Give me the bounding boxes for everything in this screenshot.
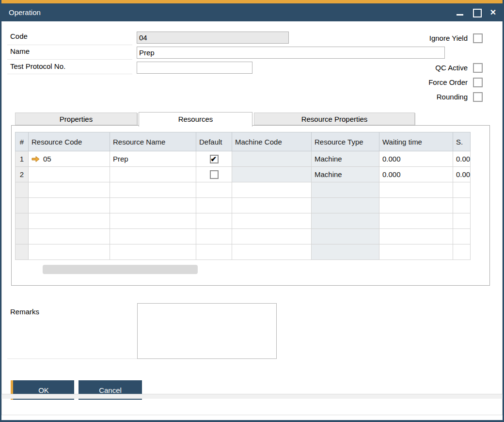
- cell-resource-code[interactable]: [29, 229, 110, 244]
- cell-resource-type: [312, 213, 379, 229]
- qc-active-checkbox[interactable]: [473, 63, 483, 73]
- code-field[interactable]: [137, 32, 289, 44]
- test-protocol-label: Test Protocol No.: [7, 62, 132, 74]
- window-title: Operation: [9, 3, 41, 21]
- window-bottom-border: [0, 420, 504, 422]
- cell-s: [453, 182, 471, 198]
- tab-properties[interactable]: Properties: [15, 113, 137, 125]
- statusbar: [1, 394, 503, 399]
- cell-s: [453, 229, 471, 244]
- col-header-machine-code: Machine Code: [232, 132, 312, 151]
- cell-resource-name[interactable]: [110, 213, 196, 229]
- name-label: Name: [7, 47, 132, 60]
- cell-default: [196, 182, 232, 198]
- force-order-label: Force Order: [428, 78, 468, 86]
- qc-active-label: QC Active: [435, 64, 468, 72]
- cell-resource-type: [312, 198, 379, 213]
- table-row: [16, 244, 471, 260]
- cell-waiting-time: [379, 182, 453, 198]
- dialog-body: Code Name Test Protocol No. Ignore Yield…: [1, 21, 503, 415]
- cell-resource-code[interactable]: [29, 182, 110, 198]
- row-number: [16, 198, 29, 213]
- row-number: 2: [16, 167, 29, 182]
- cell-waiting-time: [379, 244, 453, 260]
- force-order-checkbox[interactable]: [473, 78, 483, 87]
- cell-resource-code[interactable]: [29, 198, 110, 213]
- cell-default: [196, 229, 232, 244]
- cell-resource-type: [312, 182, 379, 198]
- ignore-yield-row: Ignore Yield: [429, 33, 483, 43]
- cell-resource-type: [312, 244, 379, 260]
- maximize-icon[interactable]: [472, 8, 481, 16]
- row-number: [16, 213, 29, 229]
- col-header-resource-name: Resource Name: [110, 132, 196, 151]
- cell-machine-code: [232, 198, 312, 213]
- table-row: 2 Machine 0.000 0.00: [16, 167, 471, 182]
- cell-resource-code[interactable]: 05: [29, 151, 110, 167]
- cell-s: [453, 213, 471, 229]
- cell-resource-name[interactable]: [110, 167, 196, 182]
- force-order-row: Force Order: [428, 77, 483, 87]
- cell-resource-name[interactable]: [110, 198, 196, 213]
- col-header-num: #: [16, 132, 29, 151]
- cell-default: [196, 198, 232, 213]
- code-label: Code: [7, 32, 132, 45]
- cell-resource-type: [312, 229, 379, 244]
- ignore-yield-label: Ignore Yield: [429, 34, 468, 42]
- rounding-checkbox[interactable]: [473, 92, 483, 102]
- rounding-row: Rounding: [437, 92, 483, 102]
- row-number: [16, 229, 29, 244]
- cell-s[interactable]: 0.00: [453, 167, 471, 182]
- cell-waiting-time[interactable]: 0.000: [379, 151, 453, 167]
- row-number: 1: [16, 151, 29, 167]
- row-number: [16, 182, 29, 198]
- cell-waiting-time: [379, 229, 453, 244]
- cell-waiting-time: [379, 213, 453, 229]
- remarks-field[interactable]: [137, 303, 277, 359]
- cell-default: [196, 244, 232, 260]
- window-controls: ✕: [456, 3, 497, 21]
- cell-machine-code: [232, 167, 312, 182]
- cell-resource-code[interactable]: [29, 244, 110, 260]
- cell-machine-code: [232, 244, 312, 260]
- tab-resources[interactable]: Resources: [139, 112, 252, 127]
- cell-resource-name[interactable]: [110, 244, 196, 260]
- cell-s: [453, 198, 471, 213]
- cell-resource-name[interactable]: [110, 229, 196, 244]
- cell-s: [453, 244, 471, 260]
- cell-machine-code: [232, 182, 312, 198]
- default-checkbox[interactable]: [210, 170, 219, 179]
- minimize-icon[interactable]: [456, 8, 464, 16]
- cell-resource-code[interactable]: [29, 213, 110, 229]
- test-protocol-field[interactable]: [137, 62, 252, 74]
- default-checkbox[interactable]: [210, 155, 219, 163]
- table-row: [16, 229, 471, 244]
- cell-resource-type[interactable]: Machine: [312, 167, 379, 182]
- cell-default: [196, 213, 232, 229]
- operation-dialog: Operation ✕ Code Name Test Protocol No. …: [0, 0, 504, 422]
- cell-resource-type[interactable]: Machine: [312, 151, 379, 167]
- window-accent-bar: [0, 0, 504, 3]
- cell-resource-code[interactable]: [29, 167, 110, 182]
- ignore-yield-checkbox[interactable]: [473, 33, 483, 43]
- cell-resource-name[interactable]: Prep: [110, 151, 196, 167]
- table-row: 1 05 Prep Machine: [16, 151, 471, 167]
- table-row: [16, 182, 471, 198]
- tab-resource-properties[interactable]: Resource Properties: [254, 113, 415, 125]
- cell-machine-code: [232, 229, 312, 244]
- table-row: [16, 213, 471, 229]
- cell-waiting-time[interactable]: 0.000: [379, 167, 453, 182]
- col-header-resource-code: Resource Code: [29, 132, 110, 151]
- horizontal-scrollbar-thumb[interactable]: [43, 265, 198, 274]
- resources-table: # Resource Code Resource Name Default Ma…: [15, 132, 471, 260]
- col-header-s: S.: [453, 132, 471, 151]
- col-header-waiting-time: Waiting time: [379, 132, 453, 151]
- titlebar[interactable]: Operation ✕: [0, 3, 504, 21]
- name-field[interactable]: [137, 47, 445, 59]
- cell-default: [196, 167, 232, 182]
- link-arrow-icon[interactable]: [32, 156, 40, 162]
- cell-resource-name[interactable]: [110, 182, 196, 198]
- close-icon[interactable]: ✕: [489, 8, 497, 16]
- cell-s[interactable]: 0.00: [453, 151, 471, 167]
- cell-default: [196, 151, 232, 167]
